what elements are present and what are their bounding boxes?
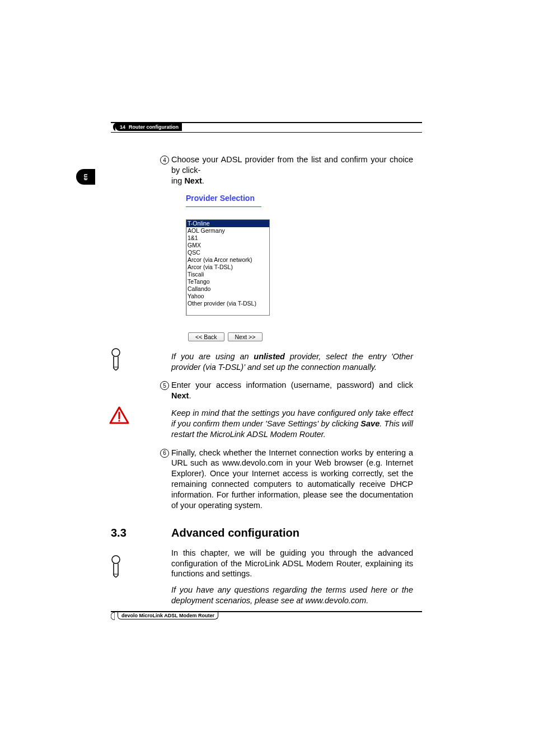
provider-selection-block: Provider Selection T-Online AOL Germany …: [186, 193, 413, 341]
page-number: 14: [120, 123, 125, 131]
svg-point-3: [118, 420, 120, 421]
note-unlisted-a: If you are using an: [171, 352, 254, 361]
provider-option[interactable]: 1&1: [186, 234, 269, 242]
section-title: Advanced configuration: [171, 525, 413, 540]
next-button[interactable]: Next >>: [228, 332, 263, 341]
body-content: 4 Choose your ADSL provider from the lis…: [171, 154, 413, 606]
step-4-text-line2b: .: [202, 176, 204, 185]
step-5: 5 Enter your access information (usernam…: [171, 380, 413, 401]
provider-option[interactable]: Yahoo: [186, 293, 269, 300]
header-chip: 14 Router configuration: [115, 123, 182, 131]
provider-option[interactable]: Other provider (via T-DSL): [186, 300, 269, 307]
warning-icon: [109, 406, 129, 425]
language-label: en: [82, 173, 88, 180]
provider-selection-divider: [186, 206, 261, 207]
step-number-5: 5: [160, 381, 169, 390]
svg-point-0: [112, 349, 120, 356]
pencil-note-icon: [109, 555, 123, 577]
provider-option[interactable]: Tiscali: [186, 271, 269, 278]
step-number-6: 6: [160, 449, 169, 458]
provider-option-selected[interactable]: T-Online: [186, 220, 269, 227]
provider-option[interactable]: QSC: [186, 249, 269, 256]
step-4: 4 Choose your ADSL provider from the lis…: [171, 154, 413, 186]
footer-chip: devolo MicroLink ADSL Modem Router: [118, 612, 218, 619]
page-header: 14 Router configuration: [111, 122, 422, 133]
step-4-text-line1: Choose your ADSL provider from the list …: [171, 155, 413, 175]
note-save-settings: Keep in mind that the settings you have …: [171, 408, 413, 440]
language-tab: en: [76, 169, 95, 185]
header-lozenge-icon: [111, 123, 115, 131]
step-5-text-b: .: [189, 391, 191, 400]
provider-option[interactable]: TeTango: [186, 278, 269, 285]
page-footer: devolo MicroLink ADSL Modem Router: [111, 611, 422, 620]
back-button[interactable]: << Back: [188, 332, 224, 341]
provider-option[interactable]: AOL Germany: [186, 227, 269, 234]
provider-selection-title: Provider Selection: [186, 193, 413, 203]
provider-option[interactable]: GMX: [186, 242, 269, 249]
svg-point-4: [112, 556, 120, 564]
step-number-4: 4: [160, 156, 169, 165]
header-rule-bottom: [111, 132, 422, 133]
footer-text: devolo MicroLink ADSL Modem Router: [121, 613, 214, 618]
step-6: 6 Finally, check whether the Internet co…: [171, 448, 413, 511]
pencil-note-icon: [109, 348, 123, 370]
note-save-bold: Save: [360, 419, 380, 428]
section-number: 3.3: [111, 525, 127, 540]
provider-option[interactable]: Arcor (via Arcor network): [186, 256, 269, 264]
chapter-title: Router configuration: [129, 123, 179, 131]
step-5-text-a: Enter your access information (username,…: [171, 381, 413, 389]
note-unlisted-bold: unlisted: [254, 352, 285, 361]
step-6-text: Finally, check whether the Internet conn…: [171, 448, 413, 510]
step-4-next-bold: Next: [184, 176, 202, 185]
note-questions: If you have any questions regarding the …: [171, 585, 413, 606]
provider-option[interactable]: Arcor (via T-DSL): [186, 264, 269, 271]
step-4-text-line2a: ing: [171, 176, 184, 185]
note-unlisted-provider: If you are using an unlisted provider, s…: [171, 351, 413, 373]
wizard-button-row: << Back Next >>: [188, 332, 413, 341]
provider-option[interactable]: Callando: [186, 285, 269, 293]
footer-lozenge-icon: [111, 612, 115, 620]
section-intro: In this chapter, we will be guiding you …: [171, 548, 413, 580]
provider-listbox[interactable]: T-Online AOL Germany 1&1 GMX QSC Arcor (…: [186, 219, 270, 316]
step-5-next-bold: Next: [171, 391, 189, 400]
